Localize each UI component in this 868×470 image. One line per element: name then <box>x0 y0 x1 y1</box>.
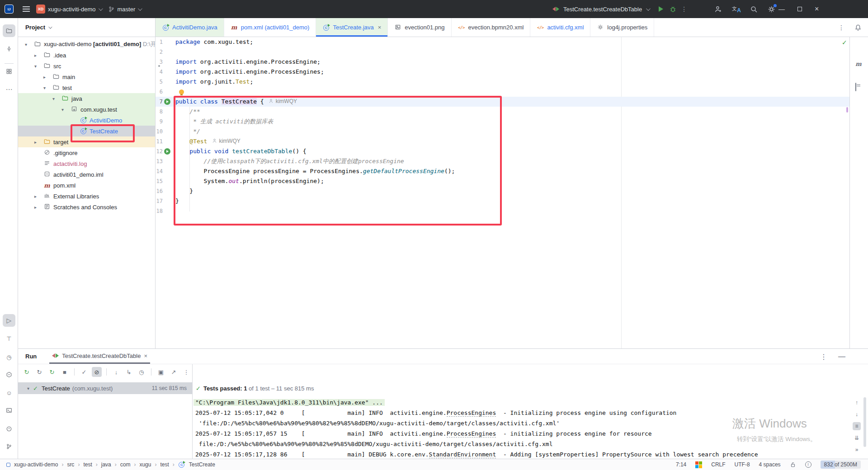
tree-item-test[interactable]: ▾test <box>18 82 155 93</box>
breadcrumb-item[interactable]: com <box>120 461 131 468</box>
show-ignored-button[interactable]: ⊘ <box>92 367 102 377</box>
run-gutter-icon[interactable] <box>164 99 170 105</box>
tab-evection-bpmn20-xml[interactable]: </>evection.bpmn20.xml <box>452 18 531 37</box>
sort-by-duration-button[interactable]: ↓ <box>111 367 121 377</box>
breadcrumb-item[interactable]: java <box>101 461 111 468</box>
code-line-1[interactable]: 1package com.xugu.test; <box>156 37 849 47</box>
chevron-expanded-icon[interactable]: ▾ <box>52 96 55 101</box>
code-line-4[interactable]: 4import org.activiti.engine.ProcessEngin… <box>156 67 849 77</box>
close-icon[interactable]: × <box>378 24 382 31</box>
chevron-collapsed-icon[interactable]: ▸ <box>43 75 46 80</box>
chevron-expanded-icon[interactable]: ▾ <box>43 85 46 90</box>
notifications-bell-icon[interactable] <box>854 24 862 31</box>
run-button[interactable] <box>659 6 663 12</box>
panel-divider[interactable] <box>192 364 193 459</box>
chevron-expanded-icon[interactable]: ▾ <box>25 42 27 47</box>
soft-wrap-icon[interactable]: ≡ <box>853 422 861 430</box>
assistant-tool-icon[interactable]: ☺ <box>3 386 15 399</box>
error-indicator-icon[interactable]: ! <box>805 461 811 468</box>
chevron-down-icon[interactable] <box>646 6 651 11</box>
problems-tool-icon[interactable] <box>3 423 15 435</box>
more-button[interactable]: ⋮ <box>181 367 191 377</box>
tree-item--idea[interactable]: ▸.idea <box>18 50 155 61</box>
tree-item-external-libraries[interactable]: ▸External Libraries <box>18 191 155 202</box>
tree-item-actactiviti-log[interactable]: actactiviti.log <box>18 158 155 169</box>
tab-evection01-png[interactable]: evection01.png <box>388 18 451 37</box>
chevron-collapsed-icon[interactable]: ▸ <box>34 140 37 145</box>
chevron-collapsed-icon[interactable]: ▸ <box>34 53 37 58</box>
history-tool-icon[interactable]: ◷ <box>3 351 15 363</box>
more-actions-icon[interactable]: ⋮ <box>681 5 687 13</box>
hide-panel-icon[interactable]: — <box>838 352 845 361</box>
export-button[interactable]: ↗ <box>169 367 179 377</box>
scroll-down-icon[interactable]: ↓ <box>853 410 861 418</box>
tab-log4j-properties[interactable]: log4j.properties <box>590 18 654 37</box>
tab-testcreate-java[interactable]: CTestCreate.java× <box>316 18 388 37</box>
ai-window-icon[interactable] <box>855 83 856 91</box>
add-user-icon[interactable] <box>714 5 722 13</box>
project-widget[interactable]: XD xugu-activiti-demo <box>36 5 102 14</box>
stop-button[interactable]: ■ <box>60 367 70 377</box>
project-panel-header[interactable]: Project <box>18 18 155 37</box>
main-menu-icon[interactable] <box>23 6 30 12</box>
code-line-2[interactable]: 2 <box>156 47 849 57</box>
chevron-expanded-icon[interactable]: ▾ <box>34 64 37 69</box>
cursor-position[interactable]: 7:14 <box>676 461 686 468</box>
breadcrumb-item[interactable]: xugu <box>139 461 151 468</box>
debug-button[interactable] <box>669 5 677 13</box>
tree-item--gitignore[interactable]: .gitignore <box>18 147 155 158</box>
tree-item-scratches-and-consoles[interactable]: ▸Scratches and Consoles <box>18 202 155 212</box>
services-tool-icon[interactable] <box>3 368 15 381</box>
run-gutter-icon[interactable] <box>164 148 170 155</box>
settings-gear-icon[interactable] <box>768 5 775 13</box>
run-tab[interactable]: TestCreate.testCreateDbTable × <box>49 349 150 364</box>
chevron-collapsed-icon[interactable]: ▸ <box>34 205 37 210</box>
screenshot-button[interactable]: ▣ <box>156 367 166 377</box>
history-button[interactable]: ◷ <box>137 367 146 377</box>
tree-item-root[interactable]: ▾xugu-activiti-demo [activiti01_demo] D:… <box>18 39 155 50</box>
close-button[interactable]: × <box>815 5 819 13</box>
rerun-failed-button[interactable]: ↻ <box>34 367 44 377</box>
breadcrumb-item[interactable]: TestCreate <box>189 461 215 468</box>
tab-pom-xml-activiti01-demo-[interactable]: mpom.xml (activiti01_demo) <box>224 18 316 37</box>
toggle-auto-test-button[interactable]: ↻ <box>47 367 57 377</box>
code-line-3[interactable]: 3import org.activiti.engine.ProcessEngin… <box>156 57 849 67</box>
maximize-button[interactable] <box>797 7 802 11</box>
show-passed-button[interactable]: ✓ <box>79 367 89 377</box>
breadcrumb-item[interactable]: src <box>67 461 74 468</box>
tab-activiti-cfg-xml[interactable]: </>activiti.cfg.xml <box>530 18 590 37</box>
structure-tool-icon[interactable] <box>3 65 15 78</box>
unlock-icon[interactable] <box>790 461 796 468</box>
run-configuration[interactable]: TestCreate.testCreateDbTable <box>563 6 642 13</box>
vcs-tool-icon[interactable] <box>3 440 15 453</box>
chevron-expanded-icon[interactable]: ▾ <box>27 386 29 391</box>
console-scrollbar[interactable] <box>863 397 866 447</box>
scroll-up-icon[interactable]: ↑ <box>853 399 861 407</box>
tree-item-java[interactable]: ▾java <box>18 93 155 104</box>
tree-item-com-xugu-test[interactable]: ▾com.xugu.test <box>18 104 155 115</box>
memory-indicator[interactable]: 832 of 2500M <box>821 461 861 469</box>
chevron-collapsed-icon[interactable]: ▸ <box>34 194 37 199</box>
more-console-options-icon[interactable]: » <box>853 446 861 454</box>
breadcrumb-item[interactable]: test <box>160 461 169 468</box>
line-ending-indicator[interactable]: CRLF <box>711 461 725 468</box>
test-tree-row[interactable]: ▾ ✓ TestCreate (com.xugu.test) 11 sec 81… <box>18 382 192 394</box>
panel-options-icon[interactable]: ⋮ <box>820 352 827 361</box>
code-line-6[interactable]: 6 <box>156 87 849 97</box>
tree-item-src[interactable]: ▾src <box>18 61 155 71</box>
tree-item-activiti01-demo-iml[interactable]: activiti01_demo.iml <box>18 169 155 180</box>
maven-tool-icon[interactable]: m <box>855 61 862 67</box>
more-tool-icon[interactable]: ⋯ <box>3 83 15 96</box>
branch-widget[interactable]: master <box>108 6 142 13</box>
breadcrumb-item[interactable]: test <box>83 461 92 468</box>
minimize-button[interactable]: — <box>778 5 785 13</box>
chevron-expanded-icon[interactable]: ▾ <box>61 107 64 112</box>
breadcrumb-item[interactable]: xugu-activiti-demo <box>14 461 58 468</box>
search-icon[interactable] <box>750 5 758 13</box>
project-tool-icon[interactable] <box>3 24 15 37</box>
indent-indicator[interactable]: 4 spaces <box>759 461 781 468</box>
close-icon[interactable]: × <box>144 352 147 359</box>
terminal-tool-icon[interactable] <box>3 404 15 417</box>
translate-icon[interactable]: 文A <box>732 5 740 13</box>
encoding-indicator[interactable]: UTF-8 <box>735 461 750 468</box>
